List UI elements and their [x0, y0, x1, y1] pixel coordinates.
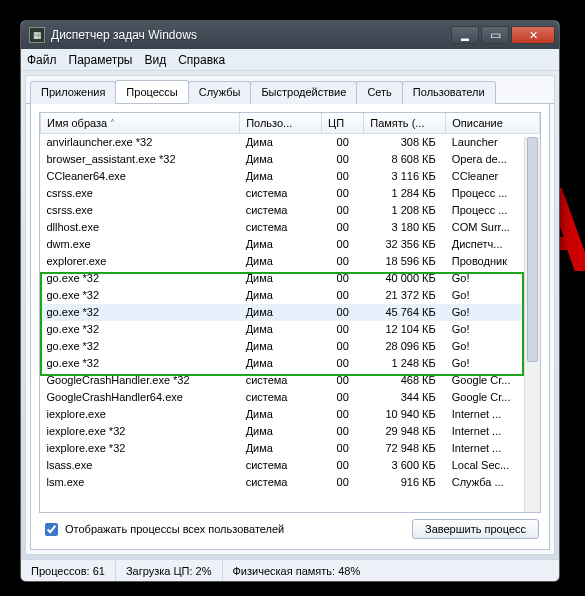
- cell-image-name: go.exe *32: [41, 270, 240, 287]
- cell-cpu: 00: [322, 457, 364, 474]
- cell-user: Дима: [240, 304, 322, 321]
- table-row[interactable]: browser_assistant.exe *32Дима008 608 КБO…: [41, 151, 540, 168]
- table-row[interactable]: GoogleCrashHandler64.exeсистема00344 КБG…: [41, 389, 540, 406]
- tab-users[interactable]: Пользователи: [402, 81, 496, 104]
- cell-cpu: 00: [322, 134, 364, 151]
- show-all-users-checkbox[interactable]: Отображать процессы всех пользователей: [41, 520, 284, 539]
- cell-image-name: go.exe *32: [41, 355, 240, 372]
- end-process-button[interactable]: Завершить процесс: [412, 519, 539, 539]
- table-row[interactable]: dwm.exeДима0032 356 КБДиспетч...: [41, 236, 540, 253]
- cell-image-name: csrss.exe: [41, 202, 240, 219]
- window-title: Диспетчер задач Windows: [51, 28, 449, 42]
- cell-cpu: 00: [322, 304, 364, 321]
- table-row[interactable]: anvirlauncher.exe *32Дима00308 КБLaunche…: [41, 134, 540, 151]
- col-description[interactable]: Описание: [446, 113, 540, 134]
- tabstrip: Приложения Процессы Службы Быстродействи…: [26, 76, 554, 104]
- table-row[interactable]: go.exe *32Дима0045 764 КБGo!: [41, 304, 540, 321]
- cell-cpu: 00: [322, 423, 364, 440]
- col-image-name[interactable]: Имя образа: [41, 113, 240, 134]
- cell-user: Дима: [240, 406, 322, 423]
- cell-user: Дима: [240, 151, 322, 168]
- cell-image-name: lsm.exe: [41, 474, 240, 491]
- table-row[interactable]: go.exe *32Дима001 248 КБGo!: [41, 355, 540, 372]
- cell-user: Дима: [240, 168, 322, 185]
- tab-processes[interactable]: Процессы: [115, 80, 188, 103]
- cell-cpu: 00: [322, 440, 364, 457]
- maximize-button[interactable]: [481, 26, 509, 44]
- col-memory[interactable]: Память (...: [364, 113, 446, 134]
- status-processes: Процессов: 61: [21, 560, 116, 581]
- table-row[interactable]: go.exe *32Дима0012 104 КБGo!: [41, 321, 540, 338]
- cell-cpu: 00: [322, 219, 364, 236]
- close-button[interactable]: [511, 26, 555, 44]
- cell-cpu: 00: [322, 151, 364, 168]
- table-row[interactable]: iexplore.exe *32Дима0029 948 КБInternet …: [41, 423, 540, 440]
- minimize-button[interactable]: [451, 26, 479, 44]
- menu-help[interactable]: Справка: [178, 53, 225, 67]
- tab-applications[interactable]: Приложения: [30, 81, 116, 104]
- cell-memory: 308 КБ: [364, 134, 446, 151]
- table-row[interactable]: lsass.exeсистема003 600 КБLocal Sec...: [41, 457, 540, 474]
- cell-memory: 40 000 КБ: [364, 270, 446, 287]
- col-cpu[interactable]: ЦП: [322, 113, 364, 134]
- table-row[interactable]: csrss.exeсистема001 284 КБПроцесс ...: [41, 185, 540, 202]
- table-row[interactable]: dllhost.exeсистема003 180 КБCOM Surr...: [41, 219, 540, 236]
- cell-image-name: iexplore.exe: [41, 406, 240, 423]
- menu-view[interactable]: Вид: [144, 53, 166, 67]
- cell-image-name: CCleaner64.exe: [41, 168, 240, 185]
- table-row[interactable]: iexplore.exe *32Дима0072 948 КБInternet …: [41, 440, 540, 457]
- cell-memory: 468 КБ: [364, 372, 446, 389]
- window-buttons: [449, 26, 555, 44]
- titlebar[interactable]: ▦ Диспетчер задач Windows: [21, 21, 559, 49]
- cell-image-name: GoogleCrashHandler64.exe: [41, 389, 240, 406]
- cell-memory: 18 596 КБ: [364, 253, 446, 270]
- cell-user: Дима: [240, 236, 322, 253]
- cell-memory: 29 948 КБ: [364, 423, 446, 440]
- col-user[interactable]: Пользо...: [240, 113, 322, 134]
- cell-memory: 12 104 КБ: [364, 321, 446, 338]
- cell-cpu: 00: [322, 389, 364, 406]
- cell-image-name: go.exe *32: [41, 321, 240, 338]
- cell-cpu: 00: [322, 474, 364, 491]
- task-manager-window: ▦ Диспетчер задач Windows Файл Параметры…: [20, 20, 560, 582]
- table-row[interactable]: explorer.exeДима0018 596 КБПроводник: [41, 253, 540, 270]
- cell-user: система: [240, 202, 322, 219]
- panel-bottom-row: Отображать процессы всех пользователей З…: [39, 513, 541, 541]
- table-row[interactable]: go.exe *32Дима0021 372 КБGo!: [41, 287, 540, 304]
- app-icon: ▦: [29, 27, 45, 43]
- table-row[interactable]: go.exe *32Дима0028 096 КБGo!: [41, 338, 540, 355]
- menu-options[interactable]: Параметры: [69, 53, 133, 67]
- tab-network[interactable]: Сеть: [356, 81, 402, 104]
- cell-memory: 1 248 КБ: [364, 355, 446, 372]
- cell-cpu: 00: [322, 168, 364, 185]
- cell-cpu: 00: [322, 253, 364, 270]
- table-row[interactable]: lsm.exeсистема00916 КБСлужба ...: [41, 474, 540, 491]
- tab-performance[interactable]: Быстродействие: [250, 81, 357, 104]
- cell-image-name: dllhost.exe: [41, 219, 240, 236]
- menu-file[interactable]: Файл: [27, 53, 57, 67]
- cell-cpu: 00: [322, 321, 364, 338]
- table-row[interactable]: csrss.exeсистема001 208 КБПроцесс ...: [41, 202, 540, 219]
- cell-memory: 8 608 КБ: [364, 151, 446, 168]
- table-row[interactable]: go.exe *32Дима0040 000 КБGo!: [41, 270, 540, 287]
- scrollbar-thumb[interactable]: [527, 137, 538, 362]
- cell-memory: 3 600 КБ: [364, 457, 446, 474]
- cell-memory: 21 372 КБ: [364, 287, 446, 304]
- tab-services[interactable]: Службы: [188, 81, 252, 104]
- cell-user: Дима: [240, 287, 322, 304]
- table-row[interactable]: GoogleCrashHandler.exe *32система00468 К…: [41, 372, 540, 389]
- cell-memory: 1 208 КБ: [364, 202, 446, 219]
- cell-memory: 32 356 КБ: [364, 236, 446, 253]
- cell-user: система: [240, 474, 322, 491]
- scrollbar[interactable]: [524, 137, 540, 512]
- menubar: Файл Параметры Вид Справка: [21, 49, 559, 71]
- show-all-users-input[interactable]: [45, 523, 58, 536]
- cell-memory: 10 940 КБ: [364, 406, 446, 423]
- table-row[interactable]: iexplore.exeДима0010 940 КБInternet ...: [41, 406, 540, 423]
- cell-memory: 3 116 КБ: [364, 168, 446, 185]
- table-row[interactable]: CCleaner64.exeДима003 116 КБCCleaner: [41, 168, 540, 185]
- cell-image-name: anvirlauncher.exe *32: [41, 134, 240, 151]
- client-area: Приложения Процессы Службы Быстродействи…: [25, 75, 555, 555]
- cell-user: система: [240, 372, 322, 389]
- cell-memory: 72 948 КБ: [364, 440, 446, 457]
